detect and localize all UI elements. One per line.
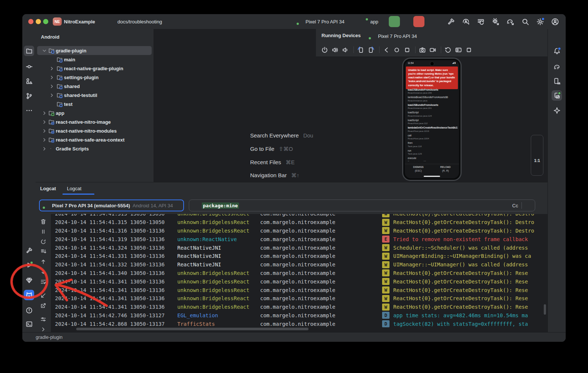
settings-gear-icon[interactable] (536, 18, 544, 26)
tree-item-settings-plugin[interactable]: settings-plugin (36, 73, 154, 82)
favorite-star-icon[interactable] (525, 202, 532, 209)
filter-funnel-icon[interactable] (192, 202, 199, 209)
device-selector[interactable]: Pixel 7 Pro API 34 (297, 14, 352, 29)
stripe-item-app-quality-diamond[interactable] (24, 275, 34, 285)
chev-down-icon[interactable] (42, 48, 47, 53)
sync-a-icon[interactable] (462, 18, 470, 26)
match-case-toggle[interactable]: Cc (512, 203, 518, 208)
soft-wrap-icon[interactable] (40, 279, 46, 285)
stripe-item-build-hammer[interactable] (24, 245, 34, 256)
stop-button[interactable] (413, 16, 424, 27)
logcat-tab[interactable]: Logcat (67, 182, 89, 195)
home-icon[interactable] (393, 46, 400, 53)
export-icon[interactable] (40, 302, 46, 309)
pause-icon[interactable] (40, 228, 46, 235)
rn-error-button-reload[interactable]: RELOAD(R, R) (432, 164, 459, 174)
new-logcat-tab-icon[interactable] (97, 185, 104, 192)
chev-right-icon[interactable] (42, 137, 47, 143)
emulator-screen[interactable]: 11:54 ◢▮ Unable to load script. Make sur… (405, 60, 459, 178)
back-icon[interactable] (383, 46, 390, 53)
device-reset-icon[interactable] (445, 46, 452, 53)
zoom-fit-icon[interactable] (534, 167, 540, 173)
stripe-item-run-play[interactable] (24, 260, 34, 270)
stripe-item-notifications-bell[interactable] (552, 46, 562, 56)
close-icon[interactable] (420, 34, 424, 39)
stripe-item-resource-manager[interactable] (24, 76, 34, 86)
debug-button[interactable] (401, 16, 413, 27)
more-vertical-icon[interactable] (525, 185, 532, 192)
vertical-scrollbar[interactable] (544, 304, 546, 315)
chev-right-icon[interactable] (42, 110, 47, 116)
run-configuration-selector[interactable]: app (361, 14, 386, 29)
resize-zoom-icon[interactable] (535, 46, 542, 53)
stripe-item-more-horizontal[interactable] (24, 105, 34, 116)
clear-filter-icon[interactable] (504, 203, 509, 208)
tree-item-shared[interactable]: shared (36, 82, 154, 91)
chevron-right-icon[interactable] (40, 326, 46, 333)
restart-icon[interactable] (40, 239, 46, 245)
chev-right-icon[interactable] (49, 84, 55, 89)
tree-item-gradle-scripts[interactable]: Gradle Scripts (36, 144, 154, 153)
jump-to-source-icon[interactable] (40, 292, 46, 299)
tree-item-gradle-plugin[interactable]: gradle-plugin (36, 46, 154, 55)
project-selector[interactable]: NitroExample (64, 14, 103, 29)
tree-item-test[interactable]: test (36, 100, 154, 108)
chev-right-icon[interactable] (49, 66, 55, 71)
stripe-item-running-devices[interactable] (552, 90, 562, 101)
stripe-item-vcs-graph[interactable] (24, 91, 34, 101)
gradle-sync-icon[interactable] (507, 18, 514, 26)
layout-icon[interactable] (518, 33, 525, 40)
stripe-item-logcat-cat[interactable] (24, 290, 34, 300)
stripe-item-gemini-sparkle[interactable] (552, 105, 562, 116)
zoom-in-icon[interactable] (534, 137, 540, 143)
scroll-end-icon[interactable] (40, 249, 46, 255)
stripe-item-terminal[interactable] (24, 319, 34, 329)
rerun-button[interactable] (389, 16, 400, 27)
chev-right-icon[interactable] (42, 128, 47, 134)
filter-query-value[interactable]: package:mine (202, 202, 239, 209)
more-run-actions-button[interactable] (427, 16, 438, 27)
reader-mode-icon[interactable] (555, 335, 560, 340)
hide-panel-icon[interactable] (536, 185, 542, 192)
close-icon[interactable] (85, 186, 89, 191)
arrow-up-icon[interactable] (40, 259, 46, 265)
overview-icon[interactable] (404, 46, 411, 53)
rn-error-button-dismiss[interactable]: DISMISS(ESC) (405, 164, 432, 174)
log-list-viewport[interactable]: 2024-10-14 11:54:41.313 13050-13050unkno… (51, 214, 545, 328)
chev-right-icon[interactable] (49, 75, 55, 80)
trash-icon[interactable] (40, 218, 46, 225)
chev-right-icon[interactable] (42, 119, 47, 125)
zoom-out-icon[interactable] (534, 148, 540, 154)
search-icon[interactable] (521, 18, 529, 26)
tree-item-react-native-nitro-image[interactable]: react-native-nitro-image (36, 117, 154, 126)
new-tab-plus-icon[interactable] (431, 33, 438, 40)
stripe-item-gradle-elephant[interactable] (552, 61, 562, 72)
profiler-bug-icon[interactable] (492, 18, 500, 26)
hide-panel-icon[interactable] (539, 33, 546, 40)
chev-right-icon[interactable] (49, 93, 55, 98)
help-icon[interactable] (540, 202, 546, 208)
zoom-ratio-button[interactable]: 1:1 (534, 158, 540, 163)
tree-item-app[interactable]: app (36, 108, 154, 117)
tree-item-shared-testutil[interactable]: shared-testutil (36, 91, 154, 100)
rotate-right-icon[interactable] (368, 46, 375, 53)
stripe-item-device-manager[interactable] (552, 76, 562, 86)
project-view-selector[interactable]: Android (41, 33, 68, 40)
tree-item-react-native-nitro-modules[interactable]: react-native-nitro-modules (36, 126, 154, 135)
settings-sliders-icon[interactable] (40, 316, 46, 322)
screenshot-camera-icon[interactable] (419, 46, 426, 53)
rotate-left-icon[interactable] (357, 46, 364, 53)
screen-record-icon[interactable] (429, 46, 436, 53)
arrow-down-icon[interactable] (40, 269, 46, 275)
profile-user-icon[interactable] (551, 18, 559, 26)
stripe-item-commit[interactable] (24, 61, 34, 72)
logcat-device-selector[interactable]: Pixel 7 Pro API 34 (emulator-5554) Andro… (39, 200, 184, 211)
chev-right-icon[interactable] (42, 146, 47, 152)
more-vertical-icon[interactable] (529, 33, 536, 40)
power-icon[interactable] (321, 46, 328, 53)
build-hammer-icon[interactable] (447, 18, 455, 26)
emulator-phone[interactable]: 11:54 ◢▮ Unable to load script. Make sur… (402, 58, 462, 181)
logcat-filter-field[interactable]: package:mine Cc (189, 200, 535, 211)
tree-item-main[interactable]: main (36, 55, 154, 64)
close-window-button[interactable] (28, 19, 33, 24)
